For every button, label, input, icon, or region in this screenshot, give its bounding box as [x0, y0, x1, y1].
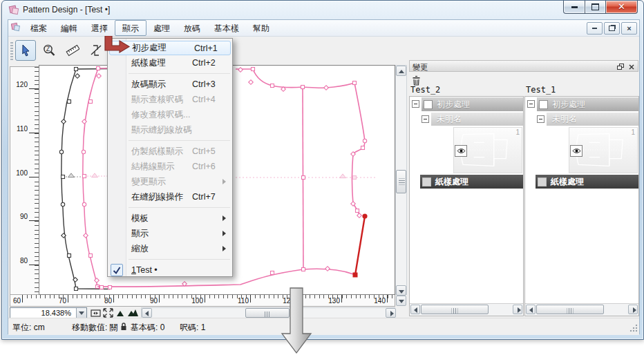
visibility-toggle-button[interactable] [455, 145, 467, 157]
eye-icon [457, 148, 466, 154]
eye-icon [572, 148, 581, 154]
hscrollbar-thumb[interactable] [421, 305, 489, 314]
fit-view-button[interactable] [90, 307, 102, 318]
scroll-down-button[interactable] [396, 285, 406, 296]
checkmark-indicator [111, 264, 123, 276]
zoom-tool-button[interactable]: Z [39, 40, 59, 61]
zoom-in-button[interactable] [127, 307, 139, 318]
window-minimize-button[interactable] [563, 1, 585, 14]
tree-row-pattern-process[interactable]: 紙樣處理 [420, 175, 523, 189]
column-hscrollbar[interactable] [410, 303, 523, 316]
menu-display[interactable]: 顯示 [115, 20, 146, 36]
menu-select[interactable]: 選擇 [84, 20, 115, 36]
menu-grading[interactable]: 放碼 [177, 20, 207, 36]
ruler-options-button[interactable] [396, 296, 406, 306]
scroll-up-button[interactable] [396, 66, 406, 76]
window-close-button[interactable]: ✕ [605, 1, 638, 14]
menu-edit[interactable]: 編輯 [54, 20, 84, 36]
zoom-out-button[interactable] [115, 307, 126, 318]
select-tool-button[interactable] [15, 40, 36, 61]
mdi-minimize-button[interactable] [587, 22, 603, 35]
hscrollbar-thumb[interactable] [245, 308, 290, 318]
lock-icon [120, 322, 127, 331]
scroll-left-button[interactable] [526, 305, 536, 314]
scroll-right-button[interactable] [386, 308, 396, 318]
angle-tool-button[interactable] [86, 40, 106, 61]
angle-measure-icon [89, 44, 103, 57]
mdi-close-button[interactable]: × [621, 22, 637, 35]
hruler-label: 70 [50, 297, 66, 305]
checkbox[interactable] [538, 178, 547, 186]
panel-close-button[interactable] [627, 62, 636, 71]
menu-item-grading-display[interactable]: 放碼顯示 Ctrl+3 [108, 77, 232, 92]
menu-separator [129, 73, 230, 74]
tree-row-unnamed[interactable]: 未明名 [431, 113, 523, 126]
scroll-right-button[interactable] [513, 305, 522, 314]
expand-toggle[interactable] [527, 100, 535, 108]
zoom-extents-button[interactable] [102, 307, 114, 318]
pattern-piece-black[interactable] [59, 68, 110, 291]
scroll-right-button[interactable] [628, 305, 638, 314]
menu-item-pattern-process[interactable]: 紙樣處理 Ctrl+2 [108, 55, 232, 70]
hscrollbar-thumb[interactable] [536, 305, 604, 314]
hruler-label: 100 [187, 297, 203, 305]
change-column-test2: 初步處理 未明名 1 [409, 96, 524, 316]
chevron-down-icon [399, 300, 404, 303]
arrow-left-icon [145, 311, 149, 316]
window-maximize-button[interactable] [585, 1, 605, 14]
column-hscrollbar[interactable] [525, 303, 638, 316]
document-icon [11, 22, 21, 32]
menu-separator [129, 207, 230, 208]
menu-item-window-test[interactable]: 1 Test • [108, 262, 232, 278]
tree-row-initial-process[interactable]: 初步處理 [537, 97, 638, 111]
scroll-left-button[interactable] [410, 305, 420, 314]
canvas-hscrollbar[interactable] [141, 307, 395, 318]
menu-item-initial-process[interactable]: 初步處理 Ctrl+1 [109, 41, 231, 55]
checkbox[interactable] [422, 178, 431, 186]
expand-toggle[interactable] [422, 115, 429, 123]
hruler-label: 60 [4, 297, 21, 305]
menu-item-zoom[interactable]: 縮放 [108, 241, 232, 256]
menu-basic[interactable]: 基本樣 [207, 20, 246, 36]
toolbar-grip[interactable] [10, 42, 13, 60]
expand-toggle[interactable] [412, 100, 419, 108]
canvas-vscrollbar[interactable] [395, 65, 407, 295]
status-bar: 單位: cm 移動數值: 關 基本碼: 0 呎碼: 1 [8, 318, 639, 335]
visibility-toggle-button[interactable] [570, 145, 583, 157]
menu-item-operate-on-seam[interactable]: 在縫紉線操作 Ctrl+7 [108, 189, 232, 204]
title-bar[interactable]: Pattern Design - [Test •] ✕ [2, 1, 643, 19]
restore-icon [609, 26, 615, 31]
zoom-level-combobox[interactable]: 18.438% [10, 307, 87, 318]
status-unit: 單位: cm [12, 322, 45, 334]
vscrollbar-thumb[interactable] [396, 170, 406, 193]
selected-red-line[interactable] [353, 213, 368, 277]
chevron-down-icon [79, 311, 84, 315]
magnifier-icon: Z [42, 44, 56, 57]
menu-help[interactable]: 幫助 [246, 20, 276, 36]
submenu-arrow-icon [222, 246, 226, 251]
menu-item-display[interactable]: 顯示 [108, 226, 232, 241]
panel-float-button[interactable] [616, 62, 625, 71]
tree-row-unnamed[interactable]: 未明名 [547, 113, 638, 126]
scroll-left-button[interactable] [142, 308, 152, 318]
resize-grip[interactable] [629, 324, 638, 332]
menu-item-show-check-size: 顯示查核呎碼 Ctrl+4 [108, 92, 232, 107]
menu-file[interactable]: 檔案 [23, 20, 54, 36]
tree-row-pattern-process[interactable]: 紙樣處理 [536, 175, 638, 189]
hruler-label: 140 [369, 297, 386, 305]
menu-item-clone-pattern-display: 仿製紙樣顯示 Ctrl+5 [108, 144, 232, 159]
tree-row-initial-process[interactable]: 初步處理 [422, 97, 523, 111]
app-icon [8, 4, 19, 15]
menu-item-template[interactable]: 模板 [108, 211, 232, 226]
submenu-arrow-icon [222, 231, 226, 236]
vruler-label: 90 [11, 213, 28, 220]
menu-process[interactable]: 處理 [146, 20, 177, 36]
zoom-dropdown-button[interactable] [76, 308, 86, 318]
expand-toggle[interactable] [537, 115, 544, 123]
checkbox[interactable] [424, 100, 433, 109]
checkbox[interactable] [539, 100, 548, 109]
mdi-restore-button[interactable] [604, 22, 620, 35]
ruler-tool-button[interactable] [62, 40, 83, 61]
trash-icon [412, 75, 421, 86]
close-icon: ✕ [618, 3, 625, 10]
